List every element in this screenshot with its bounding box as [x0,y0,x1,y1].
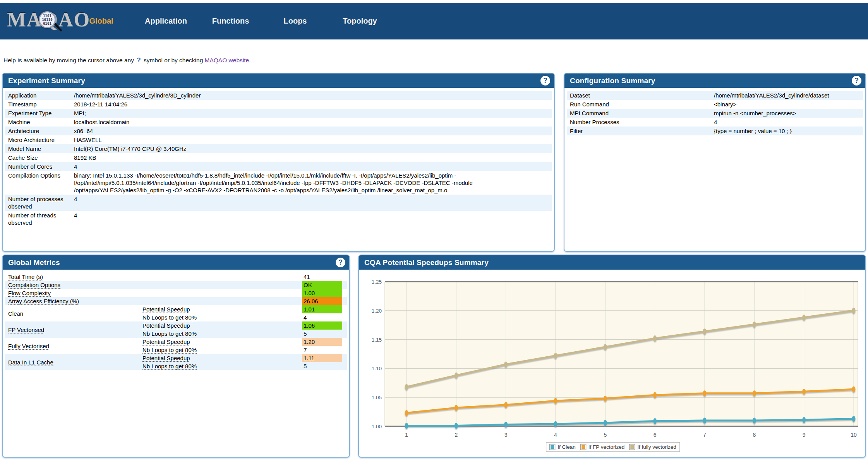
table-row: Application/home/mtribalat/YALES2/3d_cyl… [5,91,552,100]
configuration-label: Run Command [570,101,714,108]
y-tick-label: 1.10 [372,366,382,371]
x-tick-label: 4 [554,432,557,438]
data-point [604,396,607,402]
configuration-label: Dataset [570,92,714,99]
data-point [604,344,607,350]
data-point [455,373,458,378]
data-point [852,386,856,392]
metric-subrow-label: Nb Loops to get 80% [142,346,302,354]
logo-binary: 0101 [43,22,51,26]
help-icon[interactable]: ? [852,76,861,85]
y-tick-label: 1.05 [372,395,382,400]
question-mark-glyph: ? [136,56,142,64]
help-icon[interactable]: ? [336,258,345,267]
help-icon[interactable]: ? [540,76,550,85]
data-point [703,390,707,396]
logo-binary: 1101 [43,14,51,18]
speedup-chart-canvas[interactable]: 123456789101.001.051.101.151.201.25 [361,273,865,440]
x-tick-label: 9 [803,432,806,438]
experiment-value: Intel(R) Core(TM) i7-4770 CPU @ 3.40GHz [74,145,552,152]
experiment-label: Experiment Type [8,109,74,117]
panel-title: Experiment Summary [8,77,85,85]
table-row: Number of processes observed4 [5,195,552,211]
experiment-value: 2018-12-11 14:04:26 [74,101,552,108]
data-point [802,389,806,395]
nav-item-global[interactable]: Global [69,17,134,26]
maqao-report-page: MAQAO 1101 10110 0101 GlobalApplicationF… [0,0,868,465]
configuration-label: Filter [570,127,714,135]
potential-speedup-label: Potential Speedup [142,322,190,329]
metric-row: FP VectorisedPotential Speedup1.06Nb Loo… [5,321,347,338]
experiment-value: localhost.localdomain [74,118,552,126]
configuration-value: /home/mtribalat/YALES2/3d_cylindre/datas… [714,92,863,99]
data-point [604,420,607,426]
data-point [653,392,657,398]
x-tick-label: 5 [604,432,607,438]
table-row: Machinelocalhost.localdomain [5,118,552,127]
main-nav: GlobalApplicationFunctionsLoopsTopology [69,3,392,39]
experiment-value: MPI; [74,109,552,117]
top-navbar: MAQAO 1101 10110 0101 GlobalApplicationF… [0,3,868,39]
metric-label: Compilation Options [8,282,60,289]
nav-item-application[interactable]: Application [134,17,198,26]
potential-speedup-label: Potential Speedup [142,306,190,313]
nav-item-topology[interactable]: Topology [328,17,392,26]
legend-item: If FP vectorized [580,444,625,450]
metric-label-cell: Fully Vectorised [5,342,142,350]
panel-header: Experiment Summary ? [3,74,554,88]
nb-loops-value: 5 [302,330,342,338]
data-point [802,417,806,423]
table-row: Model NameIntel(R) Core(TM) i7-4770 CPU … [5,144,552,153]
y-tick-label: 1.00 [372,424,382,429]
nb-loops-label: Nb Loops to get 80% [142,347,197,354]
table-row: Cache Size8192 KB [5,153,552,162]
experiment-value: binary: Intel 15.0.1.133 -I/home/eoseret… [74,172,552,194]
data-point [852,308,856,313]
nb-loops-label: Nb Loops to get 80% [142,330,197,337]
data-point [455,423,458,429]
metric-label-cell: FP Vectorised [5,326,142,334]
data-point [554,421,558,427]
metric-row: Flow Complexity1.00 [5,289,347,297]
help-text: . [249,57,250,63]
panel-header: Global Metrics ? [3,255,349,270]
maqao-website-link[interactable]: MAQAO website [205,57,249,63]
metric-subrow-label: Potential Speedup [142,338,302,346]
panel-header: CQA Potential Speedups Summary [359,255,865,270]
logo-binary: 10110 [42,18,52,22]
cqa-speedups-panel: CQA Potential Speedups Summary 123456789… [358,255,866,458]
metric-row: Compilation OptionsOK [5,281,347,289]
experiment-label: Timestamp [8,101,74,108]
chart-legend: If CleanIf FP vectorizedIf fully vectori… [546,442,680,452]
metric-subrow-label: Potential Speedup [142,321,302,330]
nav-item-loops[interactable]: Loops [263,17,328,26]
x-tick-label: 2 [455,432,458,438]
speedup-chart[interactable]: 123456789101.001.051.101.151.201.25 If C… [361,273,865,460]
metric-label-cell: Clean [5,309,142,318]
experiment-value: 4 [74,163,552,170]
metric-label: Array Access Efficiency (%) [8,298,79,305]
metric-label: FP Vectorised [8,327,44,333]
configuration-value: mpirun -n <number_processes> [714,109,863,117]
data-point [653,335,657,341]
experiment-label: Application [8,92,74,99]
data-point [852,416,856,422]
table-row: Number of Cores4 [5,162,552,171]
metric-subrow-label: Potential Speedup [142,305,302,313]
legend-swatch-icon [629,444,635,450]
nav-item-functions[interactable]: Functions [198,17,263,26]
global-metrics-table: Total Time (s)41Compilation OptionsOKFlo… [5,273,347,370]
legend-swatch-icon [549,444,555,450]
metric-subrow-label: Nb Loops to get 80% [142,330,302,338]
metric-row: Data In L1 CachePotential Speedup1.11Nb … [5,354,347,370]
global-metrics-panel: Global Metrics ? Total Time (s)41Compila… [2,255,350,458]
x-tick-label: 3 [504,432,508,438]
experiment-label: Number of Cores [8,163,74,170]
experiment-value: 4 [74,212,552,226]
potential-speedup-value: 1.20 [302,338,342,346]
table-row: Micro ArchitectureHASWELL [5,135,552,144]
experiment-label: Cache Size [8,154,74,161]
data-point [753,390,756,396]
help-text: symbol or by checking [144,57,203,63]
potential-speedup-label: Potential Speedup [142,355,190,362]
